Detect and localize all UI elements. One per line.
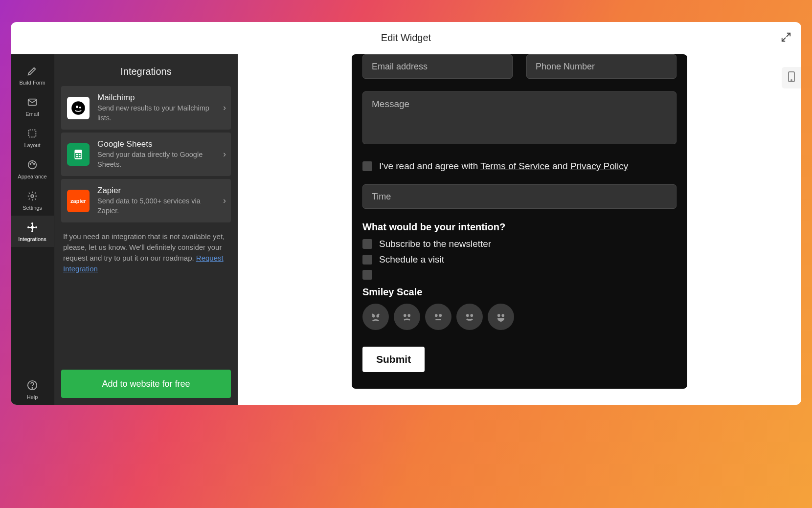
svg-point-30 (467, 315, 468, 316)
svg-point-16 (79, 106, 81, 108)
svg-point-3 (30, 163, 31, 164)
option-label: Schedule a visit (379, 254, 444, 265)
editor-body: Build Form Email Layout Appearance Setti… (11, 54, 801, 405)
svg-point-8 (31, 222, 33, 224)
smiley-label: Smiley Scale (362, 287, 677, 298)
email-field[interactable] (362, 54, 513, 79)
chevron-right-icon: › (223, 103, 226, 113)
phone-field[interactable] (526, 54, 677, 79)
rail-build-form[interactable]: Build Form (11, 59, 54, 90)
integration-name: Google Sheets (97, 139, 219, 149)
rail-label: Integrations (18, 236, 46, 242)
option-checkbox[interactable] (362, 239, 372, 249)
editor-window: Edit Widget Build Form Email Layout Appe… (11, 22, 801, 405)
titlebar: Edit Widget (11, 22, 801, 54)
svg-point-27 (435, 315, 437, 316)
submit-button[interactable]: Submit (362, 347, 425, 372)
integration-zapier[interactable]: zapier Zapier Send data to 5,000+ servic… (61, 179, 231, 222)
rail-appearance[interactable]: Appearance (11, 153, 54, 184)
privacy-policy-link[interactable]: Privacy Policy (570, 161, 628, 171)
rail-settings[interactable]: Settings (11, 184, 54, 216)
rail-email[interactable]: Email (11, 90, 54, 122)
mailchimp-logo-icon (67, 97, 90, 119)
consent-text: I've read and agree with Terms of Servic… (379, 161, 628, 172)
smiley-happy[interactable] (456, 304, 483, 330)
integrations-panel: Integrations Mailchimp Send new results … (54, 54, 238, 405)
svg-point-9 (31, 230, 33, 232)
rail-label: Build Form (19, 80, 45, 86)
integration-mailchimp[interactable]: Mailchimp Send new results to your Mailc… (61, 86, 231, 130)
svg-point-15 (76, 106, 78, 108)
svg-point-31 (471, 315, 473, 316)
rail-layout[interactable]: Layout (11, 122, 54, 153)
intention-options: Subscribe to the newsletter Schedule a v… (362, 239, 677, 280)
svg-point-24 (377, 315, 379, 317)
svg-point-10 (27, 226, 29, 228)
svg-point-32 (498, 315, 499, 316)
smiley-row (362, 304, 677, 330)
option-checkbox[interactable] (362, 255, 372, 265)
option-label: Subscribe to the newsletter (379, 239, 491, 249)
mobile-preview-toggle[interactable] (782, 67, 801, 88)
integration-name: Mailchimp (97, 93, 219, 103)
zapier-logo-icon: zapier (67, 190, 90, 212)
svg-point-33 (502, 315, 504, 316)
google-sheets-logo-icon (67, 143, 90, 166)
smiley-excited[interactable] (488, 304, 514, 330)
svg-point-13 (32, 388, 32, 388)
smiley-neutral[interactable] (425, 304, 451, 330)
sidebar-rail: Build Form Email Layout Appearance Setti… (11, 54, 54, 405)
svg-point-6 (31, 195, 34, 198)
terms-of-service-link[interactable]: Terms of Service (480, 161, 549, 171)
message-field[interactable] (362, 91, 677, 144)
time-field[interactable] (362, 184, 677, 209)
pencil-icon (26, 65, 38, 77)
chevron-right-icon: › (223, 196, 226, 206)
phone-icon (788, 71, 795, 85)
panel-title: Integrations (54, 54, 238, 86)
rail-integrations[interactable]: Integrations (11, 216, 54, 247)
integration-google-sheets[interactable]: Google Sheets Send your data directly to… (61, 133, 231, 176)
svg-point-14 (71, 101, 85, 115)
envelope-icon (26, 96, 38, 108)
rail-label: Layout (24, 142, 40, 148)
svg-point-25 (404, 315, 406, 316)
integration-desc: Send your data directly to Google Sheets… (97, 150, 219, 169)
integration-name: Zapier (97, 186, 219, 196)
option-checkbox[interactable] (362, 270, 372, 280)
window-title: Edit Widget (381, 32, 431, 44)
intention-option[interactable]: Schedule a visit (362, 254, 677, 265)
add-to-website-button[interactable]: Add to website for free (61, 370, 231, 398)
rail-label: Appearance (18, 174, 46, 179)
gear-icon (26, 190, 38, 202)
palette-icon (26, 159, 38, 171)
intention-label: What would be your intention? (362, 221, 677, 233)
intention-option[interactable]: Subscribe to the newsletter (362, 239, 677, 249)
svg-point-22 (791, 80, 792, 81)
svg-point-26 (408, 315, 410, 316)
help-text: If you need an integration that is not a… (54, 222, 238, 274)
svg-point-5 (34, 163, 35, 164)
consent-checkbox[interactable] (362, 161, 372, 171)
rail-label: Settings (23, 205, 42, 211)
svg-point-28 (440, 315, 441, 316)
intention-option[interactable] (362, 270, 677, 280)
help-icon (26, 379, 38, 391)
smiley-sad[interactable] (394, 304, 420, 330)
svg-point-4 (32, 162, 33, 163)
chevron-right-icon: › (223, 149, 226, 159)
consent-row: I've read and agree with Terms of Servic… (362, 161, 677, 172)
svg-rect-1 (29, 130, 36, 137)
layout-icon (26, 128, 38, 139)
smiley-angry[interactable] (362, 304, 389, 330)
integrations-icon (26, 221, 38, 233)
rail-label: Email (25, 111, 39, 117)
rail-label: Help (27, 394, 38, 400)
integration-desc: Send new results to your Mailchimp lists… (97, 104, 219, 123)
form-preview-card: I've read and agree with Terms of Servic… (352, 54, 687, 389)
integrations-list: Mailchimp Send new results to your Mailc… (54, 86, 238, 222)
svg-point-11 (35, 226, 37, 228)
integration-desc: Send data to 5,000+ services via Zapier. (97, 197, 219, 216)
rail-help[interactable]: Help (11, 374, 54, 405)
expand-icon[interactable] (781, 32, 791, 44)
